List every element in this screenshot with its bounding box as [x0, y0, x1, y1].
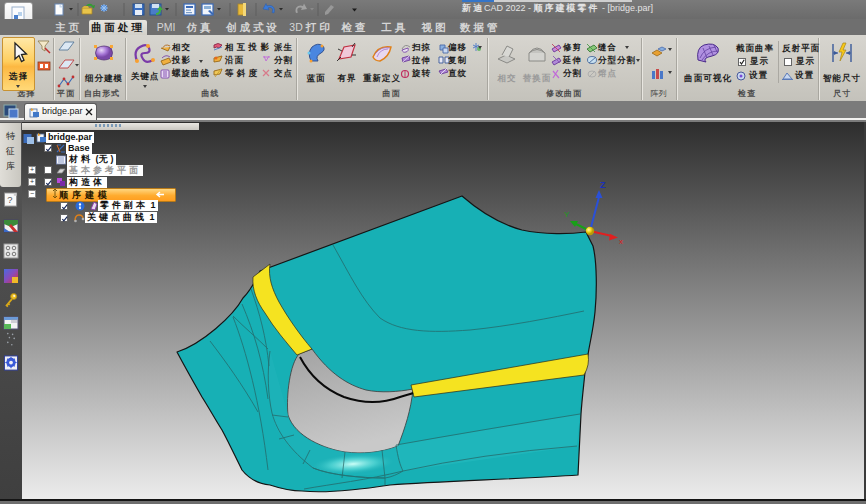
svg-text:x: x	[619, 237, 623, 246]
svg-text:Y: Y	[564, 210, 570, 219]
svg-text:Z: Z	[600, 180, 606, 190]
svg-text:?: ?	[7, 194, 12, 205]
